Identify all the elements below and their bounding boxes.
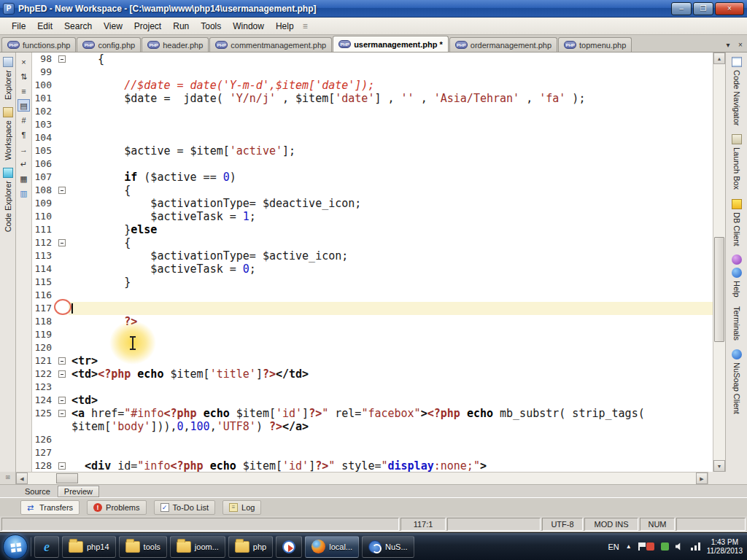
- panel-tab-to-do-list[interactable]: To-Do List: [154, 500, 216, 515]
- code-line[interactable]: 122<td><?php echo $item['title']?></td>: [32, 368, 713, 381]
- code-line[interactable]: 107 if ($active == 0): [32, 171, 713, 184]
- line-number[interactable]: 110: [32, 210, 57, 223]
- code-line[interactable]: 112 {: [32, 236, 713, 249]
- start-button[interactable]: [3, 534, 28, 559]
- taskbar-app-php14[interactable]: php14: [62, 536, 116, 558]
- line-number[interactable]: 127: [32, 446, 57, 459]
- taskbar-app-php[interactable]: php: [228, 536, 273, 558]
- file-tab-ordermanagement-php[interactable]: PHPordermanagement.php: [449, 37, 557, 52]
- sidebar-item-explorer[interactable]: Explorer: [3, 57, 13, 100]
- code-line[interactable]: 117: [32, 302, 713, 315]
- code-line[interactable]: 124<td>: [32, 394, 713, 407]
- code-line[interactable]: 113 $activationType= $active_icon;: [32, 249, 713, 262]
- line-number[interactable]: 114: [32, 262, 57, 276]
- code-line[interactable]: 114 $activeTask = 0;: [32, 262, 713, 276]
- line-number[interactable]: [32, 420, 57, 433]
- file-tab-usermanagement-php[interactable]: PHPusermanagement.php *: [333, 36, 449, 52]
- tab-list-dropdown[interactable]: ▾: [723, 41, 733, 49]
- line-number[interactable]: 125: [32, 407, 57, 420]
- taskbar-app-ie-icon[interactable]: e: [34, 536, 59, 558]
- code-line[interactable]: $item['body'])),0,100,'UTF8') ?></a>: [32, 420, 713, 433]
- taskbar-app-local[interactable]: local...: [305, 536, 359, 558]
- code-line[interactable]: 102: [32, 105, 713, 118]
- code-line[interactable]: 115 }: [32, 276, 713, 289]
- file-tab-header-php[interactable]: PHPheader.php: [142, 37, 209, 52]
- line-number[interactable]: 120: [32, 341, 57, 354]
- code-line[interactable]: 110 $activeTask = 1;: [32, 210, 713, 223]
- list-icon[interactable]: [18, 85, 30, 97]
- fold-marker[interactable]: [58, 397, 66, 404]
- line-number[interactable]: 108: [32, 184, 57, 197]
- sidebar-item-code-explorer[interactable]: Code Explorer: [3, 168, 13, 232]
- code-line[interactable]: 98 {: [32, 52, 713, 66]
- sidebar-item-db-client[interactable]: DB Client: [732, 199, 742, 246]
- line-number[interactable]: 99: [32, 66, 57, 79]
- tab-source[interactable]: Source: [19, 486, 56, 497]
- indent-icon[interactable]: [18, 143, 30, 155]
- panel-tab-transfers[interactable]: Transfers: [20, 500, 80, 515]
- code-line[interactable]: 108 {: [32, 184, 713, 197]
- panel-tab-log[interactable]: Log: [222, 500, 261, 515]
- fold-marker[interactable]: [58, 187, 66, 194]
- code-line[interactable]: 116: [32, 289, 713, 302]
- line-number[interactable]: 124: [32, 394, 57, 407]
- code-line[interactable]: 127: [32, 446, 713, 459]
- scroll-left-button[interactable]: ◀: [16, 472, 28, 484]
- line-number[interactable]: 116: [32, 289, 57, 302]
- sidebar-item-launch-box[interactable]: Launch Box: [732, 134, 742, 190]
- file-tab-topmenu-php[interactable]: PHPtopmenu.php: [558, 37, 632, 52]
- code-line[interactable]: 100 //$date = date('Y-m-d',$item['date']…: [32, 79, 713, 92]
- taskbar-app-tools[interactable]: tools: [119, 536, 167, 558]
- block-select-icon[interactable]: [18, 99, 30, 112]
- menu-edit[interactable]: Edit: [31, 19, 58, 34]
- line-number[interactable]: 122: [32, 368, 57, 381]
- menu-help[interactable]: Help: [270, 19, 300, 34]
- line-number[interactable]: 117: [32, 302, 57, 315]
- panel-tab-problems[interactable]: Problems: [87, 500, 146, 515]
- menu-search[interactable]: Search: [58, 19, 98, 34]
- file-tab-config-php[interactable]: PHPconfig.php: [77, 37, 141, 52]
- close-tab-button[interactable]: ×: [735, 41, 746, 49]
- tab-preview[interactable]: Preview: [58, 486, 99, 497]
- code-line[interactable]: 125<a href="#info<?php echo $item['id']?…: [32, 407, 713, 420]
- sidebar-item-workspace[interactable]: Workspace: [3, 107, 13, 160]
- code-line[interactable]: 104: [32, 131, 713, 144]
- fold-marker[interactable]: [58, 55, 66, 63]
- fold-marker[interactable]: [58, 239, 66, 246]
- line-number[interactable]: 106: [32, 158, 57, 171]
- code-line[interactable]: 101 $date = jdate( 'Y/n/j' , $item['date…: [32, 92, 713, 105]
- line-number[interactable]: 113: [32, 249, 57, 262]
- grid-icon[interactable]: [18, 172, 30, 184]
- line-number[interactable]: 118: [32, 315, 57, 328]
- fold-marker[interactable]: [58, 462, 66, 470]
- code-line[interactable]: 111 }else: [32, 223, 713, 236]
- line-number[interactable]: 119: [32, 328, 57, 341]
- vertical-scroll-thumb[interactable]: [714, 237, 724, 342]
- taskbar-clock[interactable]: 1:43 PM11/28/2013: [707, 538, 743, 556]
- scroll-right-button[interactable]: ▶: [696, 472, 708, 484]
- code-line[interactable]: 126: [32, 433, 713, 446]
- pilcrow-icon[interactable]: [18, 128, 30, 141]
- hash-icon[interactable]: [18, 114, 30, 126]
- code-line[interactable]: 106: [32, 158, 713, 171]
- line-number[interactable]: 123: [32, 381, 57, 394]
- line-number[interactable]: 102: [32, 105, 57, 118]
- file-tab-commentmanagement-php[interactable]: PHPcommentmanagement.php: [209, 37, 332, 52]
- vertical-scrollbar[interactable]: ▲ ▼: [713, 52, 725, 472]
- code-line[interactable]: 105 $active = $item['active'];: [32, 144, 713, 158]
- line-number[interactable]: 98: [32, 52, 57, 66]
- line-number[interactable]: 103: [32, 118, 57, 131]
- sidebar-item-terminals[interactable]: Terminals: [732, 306, 741, 341]
- columns-icon[interactable]: [18, 187, 30, 199]
- line-number[interactable]: 121: [32, 354, 57, 368]
- horizontal-scroll-thumb[interactable]: [56, 473, 78, 483]
- sidebar-item-help[interactable]: Help: [732, 254, 742, 298]
- taskbar-app-media-player-icon[interactable]: [276, 536, 302, 558]
- sort-arrows-icon[interactable]: [18, 70, 30, 82]
- line-number[interactable]: 100: [32, 79, 57, 92]
- fold-marker[interactable]: [58, 370, 66, 378]
- line-number[interactable]: 101: [32, 92, 57, 105]
- network-icon[interactable]: [698, 542, 700, 551]
- fold-marker[interactable]: [58, 410, 66, 417]
- line-number[interactable]: 104: [32, 131, 57, 144]
